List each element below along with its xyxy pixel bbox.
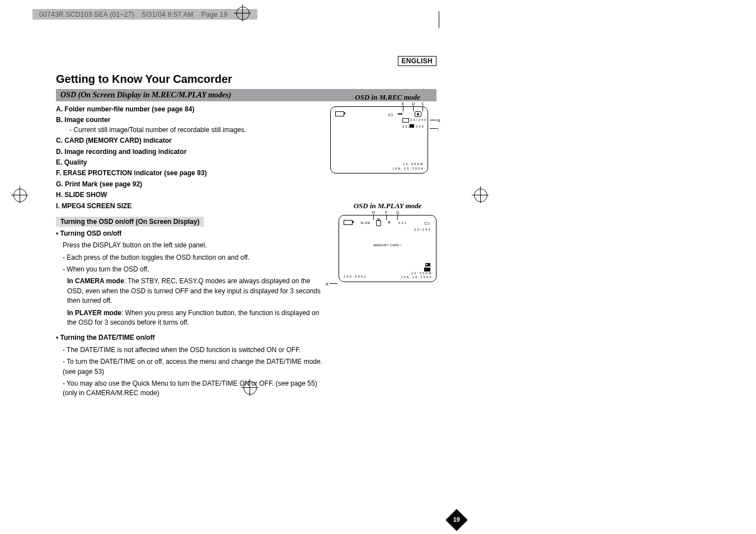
print-job-date: 5/31/04 8:57 AM (142, 11, 194, 18)
page-number: 19 (453, 516, 460, 534)
osd-item-h: H. SLIDE SHOW (56, 190, 291, 200)
picture-counter-icon (402, 118, 409, 123)
quality-icon: ▸▸▸▸ (398, 111, 402, 115)
mrec-time: 1 2 : 0 0 A M (403, 162, 423, 166)
osd-item-b-sub: - Current still image/Total number of re… (69, 125, 291, 135)
mplay-num: 0 0 1 (398, 221, 406, 224)
card-indicator-icon (415, 111, 421, 117)
datetime-line2: - To turn the DATE/TIME on or off, acces… (63, 357, 325, 377)
print-icon: ✈ (387, 220, 391, 225)
mplay-date: J A N . 1 0 , 2 0 0 4 (401, 275, 431, 279)
camera-mode-text: In CAMERA mode: The STBY, REC, EASY.Q mo… (67, 277, 325, 306)
turning-datetime-heading: • Turning the DATE/TIME on/off (56, 333, 325, 343)
print-job-header: 00743R SCD103 SEA (01~27) 5/31/04 8:57 A… (32, 9, 257, 20)
trim-mark-icon (439, 11, 439, 28)
print-job-page: Page 19 (201, 11, 228, 18)
lock-icon (376, 220, 381, 226)
player-mode-text: In PLAYER mode: When you press any Funct… (67, 308, 325, 328)
osd-item-b: B. Image counter (56, 115, 291, 125)
screen-size-icon (410, 124, 414, 128)
callout-a: A (326, 282, 328, 286)
mrec-counter: 2 2 / 2 4 0 (410, 118, 426, 121)
mplay-time: 1 2 : 0 0 A M (411, 271, 431, 275)
camera-mode-label: In CAMERA mode (67, 277, 124, 285)
mrec-size2: 2 4 0 (416, 125, 424, 128)
format-icon (424, 268, 430, 271)
turning-osd-heading: • Turning OSD on/off (56, 229, 325, 238)
section-title: Getting to Know Your Camcorder (56, 66, 436, 86)
osd-item-e: E. Quality (56, 158, 291, 167)
print-job-name: 00743R SCD103 SEA (01~27) (39, 11, 134, 18)
callout-i: I (438, 127, 439, 131)
protect-icon (425, 263, 430, 266)
osd-onoff-body: • Turning OSD on/off Press the DISPLAY b… (56, 227, 325, 399)
player-mode-label: In PLAYER mode (67, 309, 121, 317)
figure-mplay-title: OSD in M.PLAY mode (330, 202, 445, 210)
osd-item-i: I. MPEG4 SCREEN SIZE (56, 202, 291, 211)
callout-d: D (412, 102, 415, 106)
callout-h: H (372, 210, 375, 214)
osd-onoff-line2: - Each press of the button toggles the O… (63, 253, 325, 263)
mplay-counter: 2 2 / 2 4 0 (414, 228, 430, 231)
lcd-mrec: ▭ ▸▸▸▸ 2 2 / 2 4 0 3 5 2 2 4 0 1 2 : 0 0… (330, 106, 428, 174)
callout-e: E (402, 102, 405, 106)
figure-mrec-title: OSD in M.REC mode (330, 93, 445, 102)
card-icon: ▭ (388, 111, 392, 118)
grey-bar-osd-onoff: Turning the OSD on/off (On Screen Displa… (56, 217, 204, 227)
page-content: ENGLISH Getting to Know Your Camcorder O… (56, 56, 436, 399)
crop-mark-icon (11, 186, 28, 203)
osd-onoff-line1: Press the DISPLAY button on the left sid… (63, 241, 325, 250)
crop-mark-icon (472, 186, 489, 203)
osd-item-a: A. Folder number-file number (see page 8… (56, 105, 291, 114)
language-label: ENGLISH (398, 56, 436, 66)
osd-item-f: F. ERASE PROTECTION indicator (see page … (56, 168, 291, 178)
callout-b: B (438, 119, 440, 123)
osd-item-g: G. Print Mark (see page 92) (56, 180, 291, 189)
osd-item-c: C. CARD (MEMORY CARD) indicator (56, 136, 291, 146)
callout-c: C (421, 102, 424, 106)
callout-g: G (396, 210, 399, 214)
callout-f: F (385, 210, 387, 214)
figure-mplay: OSD in M.PLAY mode H F G A SLIDE ✈ 0 0 1… (330, 202, 445, 282)
osd-onoff-line3: - When you turn the OSD off, (63, 265, 325, 274)
figure-mrec: OSD in M.REC mode E D C B I ▭ ▸▸▸▸ (330, 93, 445, 174)
mplay-memcard: MEMORY CARD ! (339, 243, 436, 247)
battery-icon (335, 111, 344, 116)
osd-item-list: A. Folder number-file number (see page 8… (56, 105, 291, 211)
osd-item-d: D. Image recording and loading indicator (56, 147, 291, 157)
mplay-slide: SLIDE (360, 221, 370, 224)
mrec-date: J A N . 1 0 , 2 0 0 4 (392, 167, 423, 170)
mplay-folder: 1 0 0 - 0 0 0 1 (344, 275, 366, 278)
lcd-mplay: SLIDE ✈ 0 0 1 ▭ 2 2 / 2 4 0 MEMORY CARD … (339, 215, 436, 282)
datetime-line3: - You may also use the Quick Menu to tur… (63, 379, 325, 399)
datetime-line1: - The DATE/TIME is not affected when the… (63, 345, 325, 355)
card-icon: ▭ (424, 220, 429, 226)
battery-icon (344, 220, 353, 225)
